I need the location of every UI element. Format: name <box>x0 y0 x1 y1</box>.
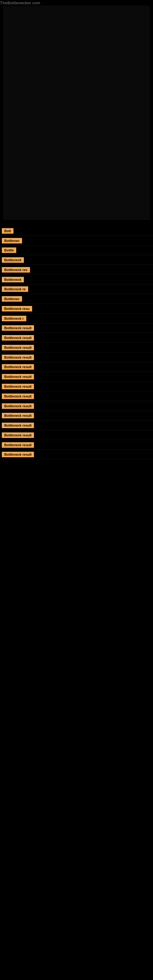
result-badge-23: Bottleneck result <box>2 452 34 457</box>
result-row-9: Bottleneck r <box>0 313 153 323</box>
result-badge-9: Bottleneck r <box>2 316 26 321</box>
result-row-16: Bottleneck result <box>0 382 153 391</box>
result-row-6: Bottleneck re <box>0 285 153 294</box>
result-row-4: Bottleneck res <box>0 265 153 275</box>
result-badge-17: Bottleneck result <box>2 393 34 399</box>
result-badge-3: Bottleneck <box>2 257 24 263</box>
result-row-13: Bottleneck result <box>0 353 153 362</box>
result-badge-0: Bott <box>2 228 13 234</box>
result-row-8: Bottleneck resu <box>0 304 153 313</box>
result-row-22: Bottleneck result <box>0 440 153 450</box>
result-badge-21: Bottleneck result <box>2 433 34 438</box>
result-row-14: Bottleneck result <box>0 362 153 372</box>
result-badge-18: Bottleneck result <box>2 403 34 409</box>
result-badge-22: Bottleneck result <box>2 442 34 448</box>
result-row-11: Bottleneck result <box>0 333 153 343</box>
site-title-bar: TheBottlenecker.com <box>0 0 153 5</box>
result-badge-1: Bottlenec <box>2 238 22 243</box>
result-row-17: Bottleneck result <box>0 391 153 401</box>
result-badge-5: Bottleneck <box>2 277 24 282</box>
result-badge-2: Bottle <box>2 247 16 253</box>
result-badge-13: Bottleneck result <box>2 355 34 360</box>
result-badge-14: Bottleneck result <box>2 364 34 370</box>
result-row-1: Bottlenec <box>0 236 153 246</box>
result-row-10: Bottleneck result <box>0 323 153 333</box>
result-badge-11: Bottleneck result <box>2 335 34 340</box>
results-list: BottBottlenecBottleBottleneckBottleneck … <box>0 226 153 460</box>
result-badge-12: Bottleneck result <box>2 345 34 350</box>
result-row-23: Bottleneck result <box>0 450 153 460</box>
result-row-12: Bottleneck result <box>0 343 153 353</box>
result-badge-7: Bottlenec <box>2 296 22 302</box>
result-badge-6: Bottleneck re <box>2 286 28 292</box>
result-badge-8: Bottleneck resu <box>2 306 32 312</box>
result-row-0: Bott <box>0 226 153 236</box>
result-row-7: Bottlenec <box>0 294 153 304</box>
result-badge-16: Bottleneck result <box>2 384 34 389</box>
result-row-20: Bottleneck result <box>0 420 153 430</box>
result-row-15: Bottleneck result <box>0 372 153 382</box>
result-badge-4: Bottleneck res <box>2 267 30 272</box>
result-row-19: Bottleneck result <box>0 411 153 421</box>
result-row-3: Bottleneck <box>0 255 153 265</box>
result-row-5: Bottleneck <box>0 275 153 285</box>
result-badge-15: Bottleneck result <box>2 374 34 379</box>
result-row-18: Bottleneck result <box>0 401 153 411</box>
result-badge-20: Bottleneck result <box>2 423 34 428</box>
result-row-21: Bottleneck result <box>0 430 153 440</box>
result-badge-19: Bottleneck result <box>2 413 34 418</box>
chart-area <box>3 5 150 220</box>
result-row-2: Bottle <box>0 246 153 255</box>
result-badge-10: Bottleneck result <box>2 325 34 331</box>
